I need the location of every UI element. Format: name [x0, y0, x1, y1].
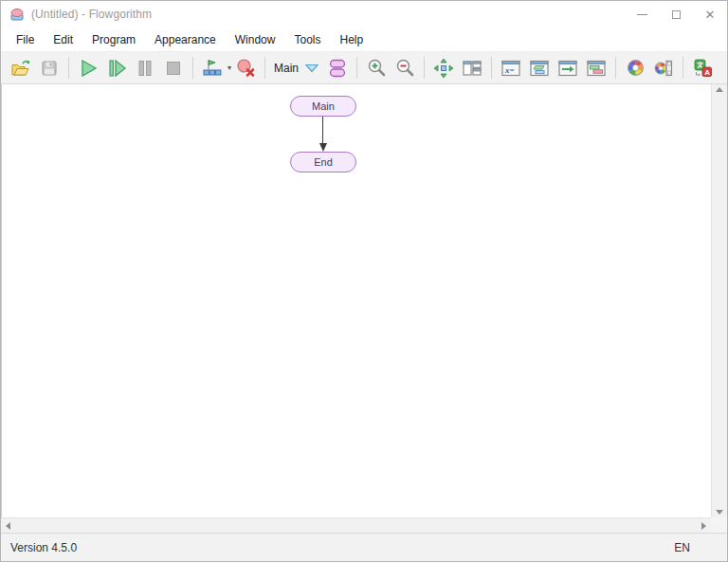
layout-windows-button[interactable] [458, 55, 486, 82]
toolbar-separator [192, 57, 193, 79]
menu-window[interactable]: Window [226, 29, 285, 50]
toolbar: ▾ Main [1, 52, 727, 84]
window-xequals-icon: x= [500, 59, 521, 78]
save-disk-icon [40, 59, 59, 78]
scroll-left-icon[interactable] [6, 522, 10, 530]
scroll-down-icon[interactable] [716, 510, 723, 515]
console-window-button[interactable] [525, 55, 554, 82]
theme-button[interactable] [649, 55, 678, 82]
vertical-scrollbar[interactable] [711, 84, 727, 517]
maximize-button[interactable] [659, 1, 693, 27]
variable-watch-button[interactable]: x= [497, 55, 525, 82]
menu-program[interactable]: Program [82, 29, 145, 50]
output-window-button[interactable] [554, 55, 582, 82]
flowchart-node-main[interactable]: Main [290, 96, 356, 117]
title-bar[interactable]: (Untitled) - Flowgorithm ✕ [1, 1, 727, 27]
pause-button[interactable] [131, 55, 159, 82]
toolbar-separator [682, 57, 683, 79]
translate-icon: A [693, 58, 713, 78]
canvas-row: Main End [1, 84, 727, 517]
clear-breakpoints-button[interactable] [231, 55, 260, 82]
toolbar-separator [356, 57, 357, 79]
minimize-icon [637, 14, 647, 15]
breakpoint-x-icon [235, 58, 256, 79]
toolbar-separator [491, 57, 492, 79]
run-to-cursor-button[interactable] [198, 55, 227, 82]
chart-colors-button[interactable] [621, 55, 649, 82]
source-viewer-button[interactable] [582, 55, 610, 82]
translate-button[interactable]: A [688, 55, 717, 82]
magnifier-plus-icon [367, 58, 387, 78]
toolbar-separator [615, 57, 616, 79]
step-button[interactable] [102, 55, 131, 82]
color-wheel-icon [626, 58, 646, 78]
close-icon: ✕ [705, 9, 716, 21]
app-window: (Untitled) - Flowgorithm ✕ File Edit Pro… [0, 0, 728, 562]
magnifier-minus-icon [395, 58, 415, 78]
window-title: (Untitled) - Flowgorithm [31, 8, 152, 21]
run-play-icon [78, 58, 99, 79]
menu-help[interactable]: Help [330, 29, 373, 50]
toolbar-separator [424, 57, 425, 79]
flowchart-node-end[interactable]: End [290, 152, 356, 172]
svg-text:x=: x= [504, 64, 515, 74]
add-shapes-button[interactable] [323, 55, 352, 82]
panels-icon [462, 59, 482, 78]
run-button[interactable] [74, 55, 102, 82]
expand-arrows-icon [433, 58, 454, 79]
zoom-out-button[interactable] [391, 55, 419, 82]
open-button[interactable] [7, 55, 35, 82]
scroll-right-icon[interactable] [701, 522, 706, 530]
save-button[interactable] [35, 55, 64, 82]
stop-icon [164, 59, 183, 78]
window-code-icon [586, 59, 607, 78]
color-wheel-panel-icon [653, 59, 674, 78]
svg-text:A: A [704, 68, 710, 77]
status-bar: Version 4.5.0 EN [1, 533, 727, 561]
minimize-button[interactable] [625, 1, 659, 27]
scroll-up-icon[interactable] [716, 87, 723, 92]
window-shapes-icon [529, 59, 550, 78]
language-indicator[interactable]: EN [674, 541, 690, 554]
menu-bar: File Edit Program Appearance Window Tool… [1, 27, 727, 52]
dropdown-triangle-icon [304, 63, 319, 74]
close-button[interactable]: ✕ [693, 1, 727, 27]
menu-tools[interactable]: Tools [284, 29, 330, 50]
stacked-shapes-icon [327, 58, 348, 79]
menu-appearance[interactable]: Appearance [145, 29, 226, 50]
toolbar-separator [264, 57, 265, 79]
toolbar-separator [68, 57, 69, 79]
pause-icon [136, 59, 155, 78]
scrollbar-corner [711, 517, 727, 533]
stop-button[interactable] [159, 55, 188, 82]
window-arrow-icon [557, 59, 578, 78]
menu-edit[interactable]: Edit [44, 29, 82, 50]
flowchart-edge [322, 117, 323, 144]
folder-open-icon [10, 59, 31, 78]
horizontal-scrollbar-row [1, 517, 727, 533]
maximize-icon [672, 10, 681, 19]
actual-size-button[interactable] [429, 55, 458, 82]
app-logo-icon [9, 8, 25, 22]
flowchart-canvas[interactable]: Main End [1, 84, 711, 517]
step-icon [106, 58, 127, 79]
function-selector[interactable]: Main [270, 55, 323, 82]
flag-blocks-icon [202, 59, 223, 78]
window-controls: ✕ [625, 1, 727, 27]
version-label: Version 4.5.0 [10, 541, 77, 554]
horizontal-scrollbar[interactable] [1, 517, 711, 533]
flowchart-edge-arrowhead [319, 143, 327, 152]
menu-file[interactable]: File [7, 29, 44, 50]
zoom-in-button[interactable] [362, 55, 391, 82]
function-selector-value: Main [274, 62, 299, 75]
